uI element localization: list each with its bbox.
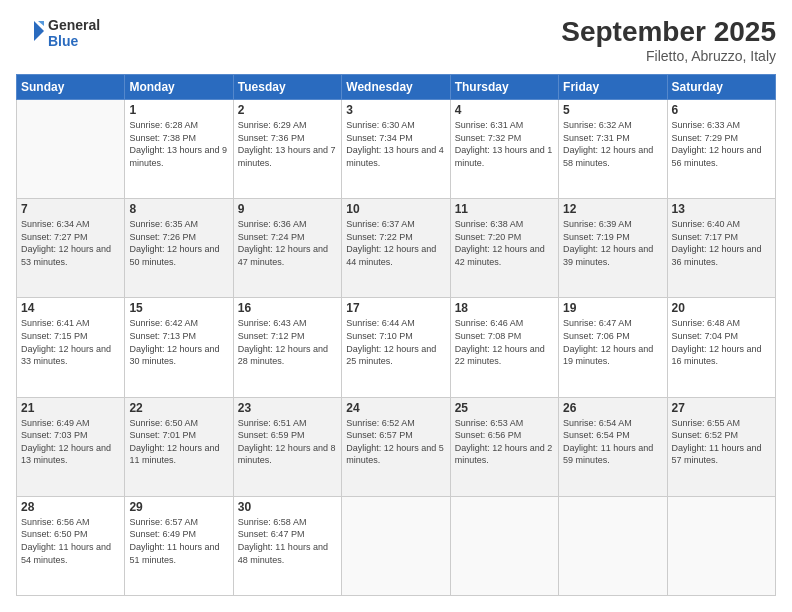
table-row: 6Sunrise: 6:33 AMSunset: 7:29 PMDaylight… (667, 100, 775, 199)
day-number: 5 (563, 103, 662, 117)
table-row: 10Sunrise: 6:37 AMSunset: 7:22 PMDayligh… (342, 199, 450, 298)
day-number: 18 (455, 301, 554, 315)
day-info: Sunrise: 6:37 AMSunset: 7:22 PMDaylight:… (346, 218, 445, 268)
header-thursday: Thursday (450, 75, 558, 100)
logo-line2: Blue (48, 33, 100, 49)
header-sunday: Sunday (17, 75, 125, 100)
table-row: 5Sunrise: 6:32 AMSunset: 7:31 PMDaylight… (559, 100, 667, 199)
table-row: 2Sunrise: 6:29 AMSunset: 7:36 PMDaylight… (233, 100, 341, 199)
day-info: Sunrise: 6:33 AMSunset: 7:29 PMDaylight:… (672, 119, 771, 169)
calendar-header-row: Sunday Monday Tuesday Wednesday Thursday… (17, 75, 776, 100)
day-info: Sunrise: 6:40 AMSunset: 7:17 PMDaylight:… (672, 218, 771, 268)
day-number: 26 (563, 401, 662, 415)
table-row (17, 100, 125, 199)
month-title: September 2025 (561, 16, 776, 48)
day-number: 12 (563, 202, 662, 216)
table-row: 11Sunrise: 6:38 AMSunset: 7:20 PMDayligh… (450, 199, 558, 298)
table-row: 7Sunrise: 6:34 AMSunset: 7:27 PMDaylight… (17, 199, 125, 298)
day-number: 22 (129, 401, 228, 415)
table-row (450, 496, 558, 595)
day-info: Sunrise: 6:29 AMSunset: 7:36 PMDaylight:… (238, 119, 337, 169)
logo-icon (16, 16, 46, 46)
table-row: 18Sunrise: 6:46 AMSunset: 7:08 PMDayligh… (450, 298, 558, 397)
day-number: 25 (455, 401, 554, 415)
table-row: 16Sunrise: 6:43 AMSunset: 7:12 PMDayligh… (233, 298, 341, 397)
table-row: 25Sunrise: 6:53 AMSunset: 6:56 PMDayligh… (450, 397, 558, 496)
day-info: Sunrise: 6:30 AMSunset: 7:34 PMDaylight:… (346, 119, 445, 169)
day-number: 20 (672, 301, 771, 315)
table-row: 19Sunrise: 6:47 AMSunset: 7:06 PMDayligh… (559, 298, 667, 397)
table-row: 17Sunrise: 6:44 AMSunset: 7:10 PMDayligh… (342, 298, 450, 397)
table-row (559, 496, 667, 595)
day-info: Sunrise: 6:53 AMSunset: 6:56 PMDaylight:… (455, 417, 554, 467)
calendar-table: Sunday Monday Tuesday Wednesday Thursday… (16, 74, 776, 596)
table-row: 14Sunrise: 6:41 AMSunset: 7:15 PMDayligh… (17, 298, 125, 397)
svg-marker-1 (38, 21, 44, 26)
day-number: 23 (238, 401, 337, 415)
day-info: Sunrise: 6:50 AMSunset: 7:01 PMDaylight:… (129, 417, 228, 467)
day-info: Sunrise: 6:41 AMSunset: 7:15 PMDaylight:… (21, 317, 120, 367)
table-row (667, 496, 775, 595)
table-row: 1Sunrise: 6:28 AMSunset: 7:38 PMDaylight… (125, 100, 233, 199)
day-info: Sunrise: 6:43 AMSunset: 7:12 PMDaylight:… (238, 317, 337, 367)
day-info: Sunrise: 6:39 AMSunset: 7:19 PMDaylight:… (563, 218, 662, 268)
table-row: 28Sunrise: 6:56 AMSunset: 6:50 PMDayligh… (17, 496, 125, 595)
calendar-week-row: 7Sunrise: 6:34 AMSunset: 7:27 PMDaylight… (17, 199, 776, 298)
day-info: Sunrise: 6:35 AMSunset: 7:26 PMDaylight:… (129, 218, 228, 268)
day-number: 6 (672, 103, 771, 117)
day-number: 3 (346, 103, 445, 117)
day-number: 2 (238, 103, 337, 117)
title-block: September 2025 Filetto, Abruzzo, Italy (561, 16, 776, 64)
calendar-week-row: 1Sunrise: 6:28 AMSunset: 7:38 PMDaylight… (17, 100, 776, 199)
day-info: Sunrise: 6:32 AMSunset: 7:31 PMDaylight:… (563, 119, 662, 169)
header-saturday: Saturday (667, 75, 775, 100)
calendar-week-row: 28Sunrise: 6:56 AMSunset: 6:50 PMDayligh… (17, 496, 776, 595)
location-subtitle: Filetto, Abruzzo, Italy (561, 48, 776, 64)
day-number: 4 (455, 103, 554, 117)
header-friday: Friday (559, 75, 667, 100)
table-row: 21Sunrise: 6:49 AMSunset: 7:03 PMDayligh… (17, 397, 125, 496)
header: General Blue September 2025 Filetto, Abr… (16, 16, 776, 64)
day-number: 16 (238, 301, 337, 315)
table-row: 13Sunrise: 6:40 AMSunset: 7:17 PMDayligh… (667, 199, 775, 298)
table-row: 15Sunrise: 6:42 AMSunset: 7:13 PMDayligh… (125, 298, 233, 397)
table-row: 22Sunrise: 6:50 AMSunset: 7:01 PMDayligh… (125, 397, 233, 496)
table-row: 27Sunrise: 6:55 AMSunset: 6:52 PMDayligh… (667, 397, 775, 496)
table-row: 26Sunrise: 6:54 AMSunset: 6:54 PMDayligh… (559, 397, 667, 496)
day-info: Sunrise: 6:34 AMSunset: 7:27 PMDaylight:… (21, 218, 120, 268)
table-row: 4Sunrise: 6:31 AMSunset: 7:32 PMDaylight… (450, 100, 558, 199)
day-info: Sunrise: 6:44 AMSunset: 7:10 PMDaylight:… (346, 317, 445, 367)
day-info: Sunrise: 6:54 AMSunset: 6:54 PMDaylight:… (563, 417, 662, 467)
day-number: 24 (346, 401, 445, 415)
day-number: 30 (238, 500, 337, 514)
table-row: 8Sunrise: 6:35 AMSunset: 7:26 PMDaylight… (125, 199, 233, 298)
day-info: Sunrise: 6:52 AMSunset: 6:57 PMDaylight:… (346, 417, 445, 467)
day-info: Sunrise: 6:57 AMSunset: 6:49 PMDaylight:… (129, 516, 228, 566)
day-number: 14 (21, 301, 120, 315)
day-info: Sunrise: 6:42 AMSunset: 7:13 PMDaylight:… (129, 317, 228, 367)
table-row: 30Sunrise: 6:58 AMSunset: 6:47 PMDayligh… (233, 496, 341, 595)
table-row: 20Sunrise: 6:48 AMSunset: 7:04 PMDayligh… (667, 298, 775, 397)
day-number: 15 (129, 301, 228, 315)
day-info: Sunrise: 6:55 AMSunset: 6:52 PMDaylight:… (672, 417, 771, 467)
day-number: 9 (238, 202, 337, 216)
header-tuesday: Tuesday (233, 75, 341, 100)
day-info: Sunrise: 6:47 AMSunset: 7:06 PMDaylight:… (563, 317, 662, 367)
table-row: 3Sunrise: 6:30 AMSunset: 7:34 PMDaylight… (342, 100, 450, 199)
logo: General Blue (16, 16, 100, 50)
day-info: Sunrise: 6:46 AMSunset: 7:08 PMDaylight:… (455, 317, 554, 367)
logo-line1: General (48, 17, 100, 33)
day-number: 29 (129, 500, 228, 514)
day-info: Sunrise: 6:49 AMSunset: 7:03 PMDaylight:… (21, 417, 120, 467)
calendar-week-row: 14Sunrise: 6:41 AMSunset: 7:15 PMDayligh… (17, 298, 776, 397)
day-number: 27 (672, 401, 771, 415)
calendar-week-row: 21Sunrise: 6:49 AMSunset: 7:03 PMDayligh… (17, 397, 776, 496)
day-number: 10 (346, 202, 445, 216)
day-info: Sunrise: 6:56 AMSunset: 6:50 PMDaylight:… (21, 516, 120, 566)
day-number: 21 (21, 401, 120, 415)
day-info: Sunrise: 6:58 AMSunset: 6:47 PMDaylight:… (238, 516, 337, 566)
day-number: 13 (672, 202, 771, 216)
table-row: 9Sunrise: 6:36 AMSunset: 7:24 PMDaylight… (233, 199, 341, 298)
day-number: 28 (21, 500, 120, 514)
day-info: Sunrise: 6:31 AMSunset: 7:32 PMDaylight:… (455, 119, 554, 169)
